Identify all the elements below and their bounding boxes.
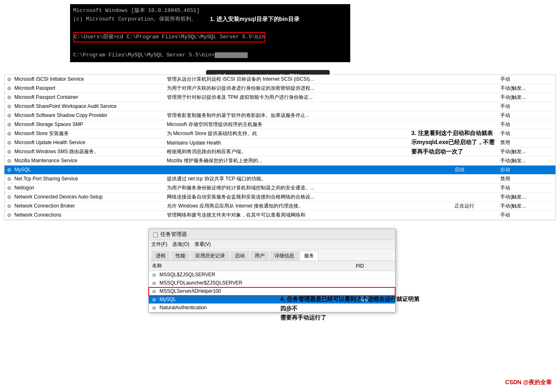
tab-进程[interactable]: 进程 [151,251,170,261]
service-icon-12 [7,185,13,191]
service-name-2: Microsoft Passport Container [5,93,164,102]
service-startup-13: 手动(触发... [498,193,555,202]
tab-服务[interactable]: 服务 [300,251,319,261]
service-status-13 [452,193,498,202]
annotation-3: 3. 注意看到这个启动和自动就表 示mysqld.exe已经启动了，不需 要再手… [411,128,551,156]
service-desc-7: Maintains Update Health [164,138,452,147]
cmd-line-6: C:\Program Files\MySQL\MySQL Server 5.5\… [73,51,347,60]
service-startup-15: 手动 [498,211,555,220]
service-desc-14: 允许 Windows 应用商店应用从 Internet 接收通知的代理连接。 [164,202,452,211]
proc-icon-3 [152,297,158,303]
service-startup-12: 手动 [498,184,555,193]
tab-性能[interactable]: 性能 [171,251,190,261]
service-startup-2: 手动(触发... [498,93,555,102]
service-startup-11: 禁用 [498,175,555,184]
services-section: Microsoft iSCSI Initiator Service管理从远台计算… [4,75,556,221]
taskmgr-titlebar: 📋 任务管理器 [149,229,395,240]
service-startup-0: 手动 [498,75,555,84]
taskmgr-title: 任务管理器 [160,231,187,238]
service-icon-4 [7,113,13,119]
taskmgr-tabs: 进程性能应用历史记录启动用户详细信息服务 [149,249,395,261]
service-icon-11 [7,176,13,182]
service-name-11: Net.Tcp Port Sharing Service [5,175,164,184]
tab-应用历史记录[interactable]: 应用历史记录 [191,251,230,261]
service-status-9 [452,156,498,166]
proc-pid-1 [352,279,395,287]
service-status-15 [452,211,498,220]
service-startup-3: 手动 [498,102,555,111]
cmd-line-5 [73,42,347,51]
service-desc-1: 为用于对用户关联的标识提供者进行身份验证的加密密钥提供进程... [164,84,452,93]
service-icon-0 [7,77,13,82]
service-name-4: Microsoft Software Shadow Copy Provider [5,111,164,120]
service-desc-2: 管理用于针对标识提供者及 TPM 虚拟智能卡为用户进行身份验证... [164,93,452,102]
col-pid-header: PID [352,261,395,271]
service-status-14: 正在运行 [452,202,498,211]
service-status-4 [452,111,498,120]
service-name-8: Microsoft Windows SMS 路由器服务。 [5,147,164,156]
service-status-5 [452,120,498,129]
service-status-0 [452,75,498,84]
service-startup-10: 自动 [498,166,555,175]
service-startup-1: 手动(触发... [498,84,555,93]
service-status-10: 启动 [452,166,498,175]
tab-启动[interactable]: 启动 [230,251,249,261]
service-name-15: Network Connections [5,211,164,220]
service-desc-11: 提供通过 net.tcp 协议共享 TCP 端口的功能。 [164,175,452,184]
service-status-11 [452,175,498,184]
service-name-0: Microsoft iSCSI Initiator Service [5,75,164,84]
service-startup-4: 手动 [498,111,555,120]
service-icon-8 [7,149,13,155]
service-desc-12: 为用户和服务身份验证维护此计算机和域控制器之间的安全通道。... [164,184,452,193]
annotation-1: 1. 进入安装mysql目录下的bin目录 [206,12,321,26]
service-icon-1 [7,86,13,91]
service-desc-10 [164,166,452,175]
service-startup-5: 手动 [498,120,555,129]
service-startup-14: 手动(触发... [498,202,555,211]
service-desc-9: Mozilla 维护服务确保您的计算机上使用的... [164,156,452,166]
service-icon-2 [7,95,13,100]
service-name-12: Netlogon [5,184,164,193]
service-name-7: Microsoft Update Health Service [5,138,164,147]
cmd-highlight: C:\Users\邵俊>cd C:\Program Files\MySQL\My… [73,32,266,42]
service-desc-5: Microsoft 存储空间管理提供程序的主机服务 [164,120,452,129]
menu-view[interactable]: 查看(V) [194,241,211,248]
proc-name-0: MSSQL$ZJSQLSERVER [149,271,352,279]
service-icon-6 [7,131,13,137]
proc-icon-0 [152,272,158,278]
service-desc-8: 根据规则将消息路由到相应客户端。 [164,147,452,156]
service-startup-9: 手动(触发... [498,156,555,166]
menu-options[interactable]: 选项(O) [172,241,189,248]
service-name-1: Microsoft Passport [5,84,164,93]
service-desc-3 [164,102,452,111]
proc-name-1: MSSQLFDLauncher$ZJSQLSERVER [149,279,352,287]
service-icon-5 [7,122,13,128]
service-icon-10 [7,167,13,173]
annotation-4: 4. 任务管理器是已经可以看到这个进程在运行就证明第四步不 需要再手动运行了 [280,294,420,322]
service-icon-13 [7,194,13,200]
service-status-2 [452,93,498,102]
proc-row-1: MSSQLFDLauncher$ZJSQLSERVER [149,279,395,287]
cmd-section: Microsoft Windows [版本 10.0.19045.4651] (… [70,4,342,62]
service-name-10: MySQL [5,166,164,175]
taskmgr-menubar: 文件(F) 选项(O) 查看(V) [149,240,395,249]
service-name-13: Network Connected Devices Auto-Setup [5,193,164,202]
service-icon-15 [7,212,13,218]
tab-用户[interactable]: 用户 [250,251,269,261]
service-desc-13: 网络连接设备自动安装服务会监视和安装连接到合格网络的合格设... [164,193,452,202]
service-desc-15: 管理网络和拨号连接文件夹中对象，在其中可以查看局域网络和 [164,211,452,220]
service-name-9: Mozilla Maintenance Service [5,156,164,166]
service-icon-7 [7,140,13,146]
taskmgr-wrapper: 📋 任务管理器 文件(F) 选项(O) 查看(V) 进程性能应用历史记录启动用户… [148,229,416,313]
menu-file[interactable]: 文件(F) [151,241,167,248]
service-status-3 [452,102,498,111]
proc-icon-1 [152,280,158,286]
tab-详细信息[interactable]: 详细信息 [270,251,299,261]
service-name-5: Microsoft Storage Spaces SMP [5,120,164,129]
service-name-14: Network Connection Broker [5,202,164,211]
cmd-cursor [215,52,248,58]
cmd-line-4: C:\Users\邵俊>cd C:\Program Files\MySQL\My… [73,32,347,42]
service-name-3: Microsoft SharePoint Workspace Audit Ser… [5,102,164,111]
col-name-header: 名称 [149,261,352,271]
service-status-12 [452,184,498,193]
